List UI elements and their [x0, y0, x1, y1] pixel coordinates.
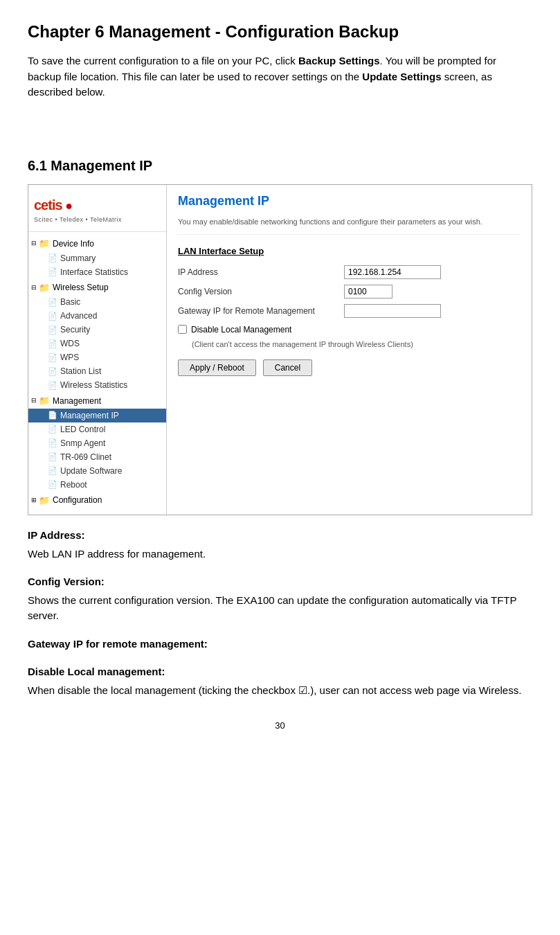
config-body: Shows the current configuration version.… — [28, 593, 532, 624]
gateway-row: Gateway IP for Remote Management — [178, 304, 521, 318]
doc-icon12: 📄 — [48, 437, 57, 449]
sidebar-item-reboot[interactable]: 📄 Reboot — [28, 478, 166, 492]
disable-local-checkbox[interactable] — [178, 325, 187, 334]
expand-icon3: ⊟ — [31, 396, 37, 406]
button-row: Apply / Reboot Cancel — [178, 359, 521, 376]
wps-label: WPS — [60, 351, 79, 364]
sidebar-device-info-group[interactable]: ⊟ 📁 Device Info — [28, 236, 166, 251]
description-text: You may enable/disable networking functi… — [178, 216, 521, 235]
gateway-input[interactable] — [344, 304, 441, 318]
config-version-input[interactable] — [344, 285, 392, 299]
doc-icon: 📄 — [48, 252, 57, 264]
main-panel: Management IP You may enable/disable net… — [167, 185, 532, 515]
sidebar-item-interface-stats[interactable]: 📄 Interface Statistics — [28, 265, 166, 279]
sidebar-item-security[interactable]: 📄 Security — [28, 323, 166, 337]
sidebar-item-wds[interactable]: 📄 WDS — [28, 337, 166, 350]
doc-section-ip: IP Address: Web LAN IP address for manag… — [28, 528, 532, 562]
disable-heading: Disable Local management: — [28, 664, 532, 680]
doc-icon14: 📄 — [48, 465, 57, 477]
config-heading: Config Version: — [28, 574, 532, 590]
disable-local-row: Disable Local Management — [178, 323, 521, 336]
intro-text: To save the current configuration to a f… — [28, 55, 298, 66]
doc-icon9: 📄 — [48, 380, 57, 391]
sidebar-configuration-group[interactable]: ⊞ 📁 Configuration — [28, 493, 166, 508]
sidebar-management-group[interactable]: ⊟ 📁 Management — [28, 393, 166, 409]
snmp-agent-label: Snmp Agent — [60, 437, 105, 449]
main-title: Management IP — [178, 192, 521, 211]
sidebar-section-configuration: ⊞ 📁 Configuration — [28, 493, 166, 508]
station-list-label: Station List — [60, 365, 101, 377]
section-title: 6.1 Management IP — [28, 155, 532, 176]
intro-bold2: Update Settings — [362, 71, 441, 82]
gateway-heading: Gateway IP for remote management: — [28, 636, 532, 652]
sidebar-item-basic[interactable]: 📄 Basic — [28, 295, 166, 309]
doc-icon10: 📄 — [48, 409, 57, 421]
sidebar-item-station-list[interactable]: 📄 Station List — [28, 364, 166, 378]
wds-label: WDS — [60, 337, 80, 350]
sidebar-item-summary[interactable]: 📄 Summary — [28, 251, 166, 265]
page-number: 30 — [28, 719, 532, 733]
intro-bold1: Backup Settings — [298, 55, 380, 66]
summary-label: Summary — [60, 252, 96, 265]
ip-address-label: IP Address — [178, 266, 344, 278]
basic-label: Basic — [60, 296, 80, 308]
folder-icon3: 📁 — [39, 394, 50, 408]
logo-subtitle: Scitec • Teledex • TeleMatrix — [34, 215, 161, 225]
led-control-label: LED Control — [60, 423, 105, 436]
sidebar: cetis ● Scitec • Teledex • TeleMatrix ⊟ … — [28, 185, 167, 515]
logo-brand: cetis ● — [34, 195, 161, 215]
disable-local-label: Disable Local Management — [191, 323, 291, 336]
doc-icon2: 📄 — [48, 266, 57, 278]
sidebar-section-device-info: ⊟ 📁 Device Info 📄 Summary 📄 Interface St… — [28, 236, 166, 279]
disable-local-note: (Client can't access the management IP t… — [192, 339, 521, 350]
sidebar-item-led-control[interactable]: 📄 LED Control — [28, 422, 166, 436]
doc-icon8: 📄 — [48, 366, 57, 377]
doc-icon6: 📄 — [48, 338, 57, 350]
disable-body: When disable the local management (ticki… — [28, 683, 532, 699]
doc-icon13: 📄 — [48, 451, 57, 463]
gateway-label: Gateway IP for Remote Management — [178, 305, 344, 317]
ip-heading: IP Address: — [28, 528, 532, 544]
sidebar-section-wireless: ⊟ 📁 Wireless Setup 📄 Basic 📄 Advanced 📄 … — [28, 280, 166, 393]
security-label: Security — [60, 323, 90, 336]
update-software-label: Update Software — [60, 465, 122, 477]
doc-section-disable: Disable Local management: When disable t… — [28, 664, 532, 698]
expand-icon: ⊟ — [31, 239, 37, 249]
advanced-label: Advanced — [60, 310, 97, 322]
sidebar-wireless-group[interactable]: ⊟ 📁 Wireless Setup — [28, 280, 166, 296]
expand-icon2: ⊟ — [31, 283, 37, 293]
doc-icon15: 📄 — [48, 479, 57, 490]
expand-icon4: ⊞ — [31, 496, 37, 506]
tr069-label: TR-069 Clinet — [60, 451, 111, 463]
apply-reboot-button[interactable]: Apply / Reboot — [178, 359, 256, 376]
ip-address-row: IP Address — [178, 265, 521, 279]
intro-paragraph: To save the current configuration to a f… — [28, 53, 532, 100]
cancel-button[interactable]: Cancel — [263, 359, 312, 376]
sidebar-section-management: ⊟ 📁 Management 📄 Management IP 📄 LED Con… — [28, 393, 166, 492]
sidebar-item-snmp-agent[interactable]: 📄 Snmp Agent — [28, 436, 166, 450]
doc-icon3: 📄 — [48, 296, 57, 308]
sidebar-item-tr069[interactable]: 📄 TR-069 Clinet — [28, 450, 166, 464]
sidebar-item-update-software[interactable]: 📄 Update Software — [28, 464, 166, 478]
sidebar-item-wps[interactable]: 📄 WPS — [28, 350, 166, 364]
screenshot-container: cetis ● Scitec • Teledex • TeleMatrix ⊟ … — [28, 184, 532, 516]
lan-section-heading: LAN Interface Setup — [178, 244, 521, 258]
config-version-row: Config Version — [178, 285, 521, 299]
ip-body: Web LAN IP address for management. — [28, 546, 532, 562]
sidebar-item-advanced[interactable]: 📄 Advanced — [28, 309, 166, 323]
reboot-label: Reboot — [60, 479, 87, 491]
logo-area: cetis ● Scitec • Teledex • TeleMatrix — [28, 190, 166, 233]
doc-section-gateway: Gateway IP for remote management: — [28, 636, 532, 652]
wireless-stats-label: Wireless Statistics — [60, 379, 127, 391]
sidebar-item-wireless-stats[interactable]: 📄 Wireless Statistics — [28, 378, 166, 392]
folder-icon4: 📁 — [39, 494, 50, 508]
ip-address-input[interactable] — [344, 265, 441, 279]
sidebar-item-management-ip[interactable]: 📄 Management IP — [28, 409, 166, 422]
doc-icon7: 📄 — [48, 352, 57, 364]
interface-stats-label: Interface Statistics — [60, 266, 128, 278]
configuration-label: Configuration — [53, 494, 102, 506]
management-label: Management — [53, 395, 101, 407]
doc-icon4: 📄 — [48, 310, 57, 322]
config-version-label: Config Version — [178, 285, 344, 298]
device-info-label: Device Info — [53, 238, 94, 250]
